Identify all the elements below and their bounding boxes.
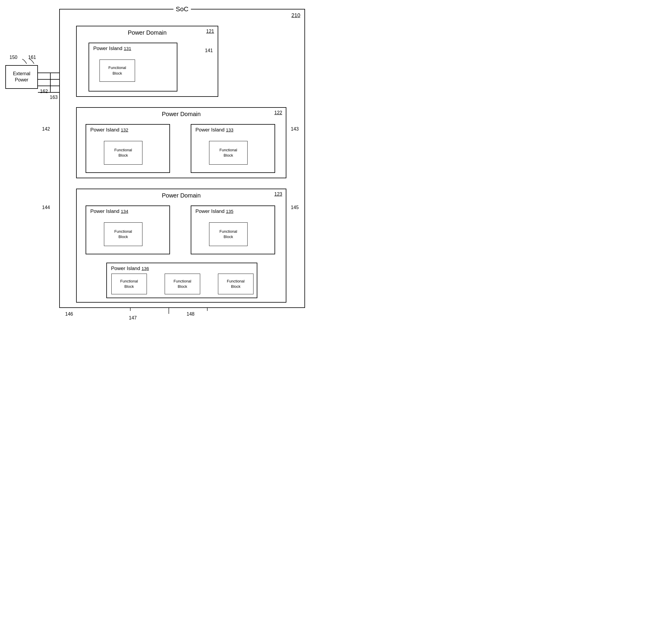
island-136-number: 136 [142, 266, 149, 271]
annotation-144: 144 [42, 205, 50, 210]
power-island-135: Power Island 135 FunctionalBlock [191, 206, 275, 254]
annotation-148: 148 [187, 311, 195, 317]
annotation-141: 141 [205, 48, 213, 53]
island-132-label: Power Island 132 [90, 127, 128, 133]
power-island-136: Power Island 136 FunctionalBlock Functio… [106, 263, 257, 298]
island-132-number: 132 [121, 127, 128, 132]
func-block-136-1: FunctionalBlock [112, 273, 147, 294]
annotation-163: 163 [50, 95, 58, 100]
func-block-133-1: FunctionalBlock [209, 141, 248, 165]
func-block-134-1: FunctionalBlock [104, 222, 143, 246]
func-block-131-1: FunctionalBlock [99, 59, 135, 82]
island-131-label: Power Island 131 [93, 46, 131, 51]
domain-121-label: Power Domain [128, 29, 167, 36]
island-136-label: Power Island 136 [111, 266, 149, 271]
annotation-145: 145 [291, 205, 299, 210]
power-island-131: Power Island 131 FunctionalBlock [88, 43, 177, 91]
func-block-136-2: FunctionalBlock [165, 273, 200, 294]
annotation-142: 142 [42, 127, 50, 132]
domain-121-number: 121 [206, 29, 214, 34]
annotation-162: 162 [40, 89, 48, 94]
annotation-150: 150 [9, 55, 17, 60]
diagram: External Power 150 161 162 163 SoC 210 P… [0, 0, 322, 322]
ext-power-label: External Power [6, 71, 37, 83]
power-domain-122: Power Domain 122 Power Island 132 Functi… [76, 107, 286, 178]
island-135-label: Power Island 135 [195, 208, 233, 214]
annotation-146: 146 [65, 311, 73, 317]
domain-123-number: 123 [274, 192, 282, 197]
power-domain-121: Power Domain 121 Power Island 131 Functi… [76, 26, 218, 97]
func-block-136-3: FunctionalBlock [218, 273, 253, 294]
power-island-134: Power Island 134 FunctionalBlock [85, 206, 170, 254]
domain-122-label: Power Domain [162, 111, 201, 118]
soc-box: SoC 210 Power Domain 121 Power Island 13… [59, 9, 305, 308]
external-power-box: External Power [5, 65, 38, 89]
island-131-number: 131 [124, 46, 131, 51]
annotation-143: 143 [291, 127, 299, 132]
domain-122-number: 122 [274, 110, 282, 116]
power-domain-123: Power Domain 123 Power Island 134 Functi… [76, 189, 286, 302]
soc-label: SoC [174, 5, 191, 13]
island-135-number: 135 [226, 209, 233, 214]
domain-123-label: Power Domain [162, 192, 201, 199]
island-133-number: 133 [226, 127, 233, 132]
power-island-132: Power Island 132 FunctionalBlock [85, 124, 170, 173]
func-block-132-1: FunctionalBlock [104, 141, 143, 165]
annotation-147: 147 [129, 315, 137, 321]
func-block-135-1: FunctionalBlock [209, 222, 248, 246]
annotation-161: 161 [28, 55, 36, 60]
soc-number: 210 [291, 12, 300, 19]
island-134-label: Power Island 134 [90, 208, 128, 214]
power-island-133: Power Island 133 FunctionalBlock [191, 124, 275, 173]
island-134-number: 134 [121, 209, 128, 214]
island-133-label: Power Island 133 [195, 127, 233, 133]
